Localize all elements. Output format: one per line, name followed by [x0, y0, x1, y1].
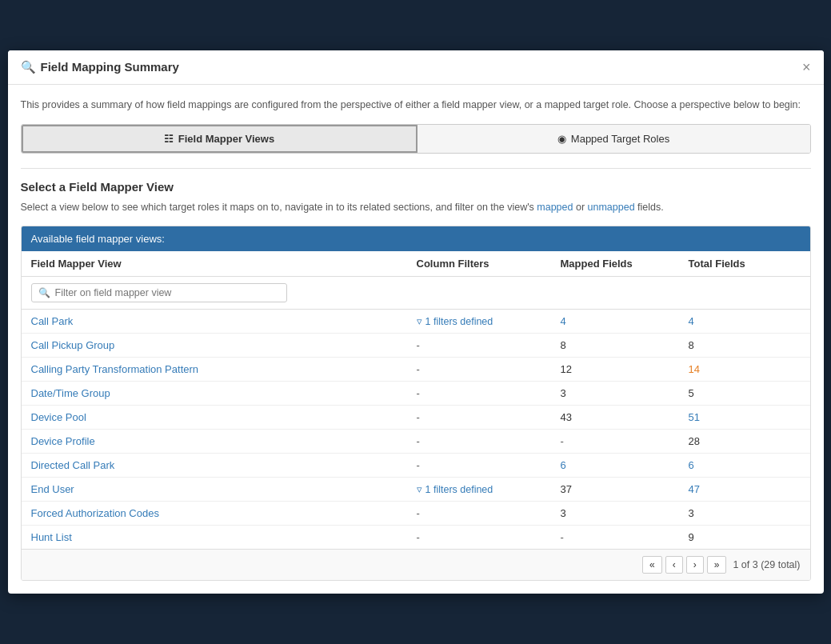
modal-overlay: 🔍 Field Mapping Summary × This provides … — [0, 0, 831, 644]
tabs-row: ☷ Field Mapper Views ◉ Mapped Target Rol… — [21, 124, 811, 154]
filter-cell: ▿1 filters defined — [417, 315, 561, 327]
modal-body: This provides a summary of how field map… — [8, 85, 824, 594]
table-header-bar: Available field mapper views: — [22, 226, 810, 251]
mapped-cell: 43 — [561, 411, 689, 423]
first-page-button[interactable]: « — [642, 556, 662, 574]
divider — [21, 168, 811, 169]
view-name-cell[interactable]: Hunt List — [31, 531, 417, 543]
modal-title-text: Field Mapping Summary — [41, 60, 179, 74]
section-title: Select a Field Mapper View — [21, 180, 811, 194]
view-name-cell[interactable]: End User — [31, 483, 417, 495]
field-mapper-table: Available field mapper views: Field Mapp… — [21, 226, 811, 581]
view-name-cell[interactable]: Device Pool — [31, 411, 417, 423]
section-description: Select a view below to see which target … — [21, 200, 811, 215]
mapped-cell: 8 — [561, 339, 689, 351]
last-page-button[interactable]: » — [707, 556, 727, 574]
mapped-cell: 37 — [561, 483, 689, 495]
total-cell: 9 — [689, 531, 801, 543]
view-name-cell[interactable]: Device Profile — [31, 435, 417, 447]
filter-icon: ▿ — [417, 315, 422, 327]
view-name-cell[interactable]: Date/Time Group — [31, 387, 417, 399]
mapped-cell: 6 — [561, 459, 689, 471]
mapped-cell: - — [561, 531, 689, 543]
col-header-total: Total Fields — [689, 258, 801, 270]
page-info: 1 of 3 (29 total) — [733, 559, 800, 570]
table-row: Hunt List--9 — [22, 526, 810, 549]
col-header-view: Field Mapper View — [31, 258, 417, 270]
view-name-cell[interactable]: Call Park — [31, 315, 417, 327]
total-cell: 47 — [689, 483, 801, 495]
filter-icon: ▿ — [417, 483, 422, 495]
filter-text: 1 filters defined — [425, 484, 493, 495]
filter-cell: ▿1 filters defined — [417, 483, 561, 495]
view-name-cell[interactable]: Call Pickup Group — [31, 339, 417, 351]
mapped-cell: 12 — [561, 363, 689, 375]
col-header-filters: Column Filters — [417, 258, 561, 270]
pagination-row: « ‹ › » 1 of 3 (29 total) — [22, 549, 810, 580]
filter-cell: - — [417, 531, 561, 543]
mapped-cell: 3 — [561, 507, 689, 519]
radio-icon: ◉ — [557, 133, 566, 145]
modal-description: This provides a summary of how field map… — [21, 98, 811, 113]
table-row: Device Profile--28 — [22, 430, 810, 454]
total-cell: 3 — [689, 507, 801, 519]
unmapped-link: unmapped — [588, 202, 635, 213]
table-rows: Call Park▿1 filters defined44Call Pickup… — [22, 310, 810, 549]
mapped-link: mapped — [537, 202, 573, 213]
total-cell: 8 — [689, 339, 801, 351]
table-row: Device Pool-4351 — [22, 406, 810, 430]
column-headers: Field Mapper View Column Filters Mapped … — [22, 251, 810, 277]
filter-cell: - — [417, 435, 561, 447]
view-name-cell[interactable]: Forced Authorization Codes — [31, 507, 417, 519]
total-cell: 4 — [689, 315, 801, 327]
filter-cell: - — [417, 459, 561, 471]
prev-page-button[interactable]: ‹ — [665, 556, 683, 574]
table-row: Call Park▿1 filters defined44 — [22, 310, 810, 334]
total-cell: 6 — [689, 459, 801, 471]
modal: 🔍 Field Mapping Summary × This provides … — [8, 50, 824, 594]
table-row: Date/Time Group-35 — [22, 382, 810, 406]
total-cell: 28 — [689, 435, 801, 447]
mapped-cell: 3 — [561, 387, 689, 399]
view-name-cell[interactable]: Directed Call Park — [31, 459, 417, 471]
modal-header: 🔍 Field Mapping Summary × — [8, 50, 824, 85]
filter-cell: - — [417, 339, 561, 351]
tab1-label: Field Mapper Views — [178, 133, 274, 145]
filter-text: 1 filters defined — [425, 316, 493, 327]
filter-cell: - — [417, 411, 561, 423]
table-row: Directed Call Park-66 — [22, 454, 810, 478]
table-row: Forced Authorization Codes-33 — [22, 502, 810, 526]
next-page-button[interactable]: › — [686, 556, 704, 574]
filter-cell: - — [417, 363, 561, 375]
search-input[interactable] — [55, 287, 280, 298]
tab2-label: Mapped Target Roles — [571, 133, 669, 145]
filter-cell: - — [417, 507, 561, 519]
total-cell: 14 — [689, 363, 801, 375]
table-row: End User▿1 filters defined3747 — [22, 478, 810, 502]
table-header-text: Available field mapper views: — [31, 233, 165, 245]
table-row: Call Pickup Group-88 — [22, 334, 810, 358]
filter-cell: - — [417, 387, 561, 399]
search-icon-title: 🔍 — [21, 60, 36, 74]
col-header-mapped: Mapped Fields — [561, 258, 689, 270]
search-row: 🔍 — [22, 277, 810, 310]
mapped-cell: 4 — [561, 315, 689, 327]
close-button[interactable]: × — [802, 60, 811, 74]
mapped-cell: - — [561, 435, 689, 447]
search-icon: 🔍 — [38, 287, 50, 298]
table-row: Calling Party Transformation Pattern-121… — [22, 358, 810, 382]
search-input-wrap[interactable]: 🔍 — [31, 283, 287, 302]
grid-icon: ☷ — [164, 133, 174, 145]
view-name-cell[interactable]: Calling Party Transformation Pattern — [31, 363, 417, 375]
tab-field-mapper-views[interactable]: ☷ Field Mapper Views — [22, 125, 417, 153]
modal-title: 🔍 Field Mapping Summary — [21, 60, 179, 74]
total-cell: 5 — [689, 387, 801, 399]
total-cell: 51 — [689, 411, 801, 423]
tab-mapped-target-roles[interactable]: ◉ Mapped Target Roles — [417, 125, 810, 153]
